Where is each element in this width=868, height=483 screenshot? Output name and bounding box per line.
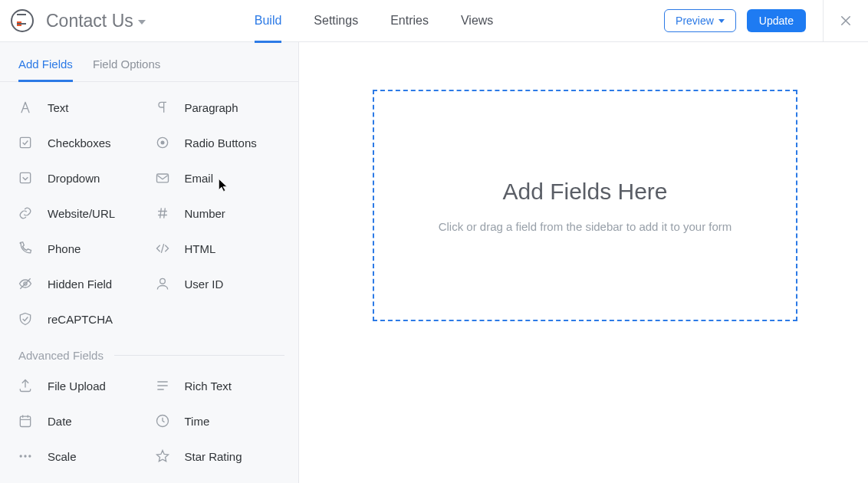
sidebar: Add Fields Field Options TextParagraphCh… — [0, 42, 299, 483]
link-icon — [17, 205, 34, 222]
dropzone-title: Add Fields Here — [502, 179, 667, 205]
form-title-text: Contact Us — [46, 11, 133, 31]
header-actions: Preview Update — [664, 0, 854, 42]
field-label: Scale — [48, 450, 77, 463]
field-label: Rich Text — [185, 380, 232, 393]
form-dropzone[interactable]: Add Fields Here Click or drag a field fr… — [373, 90, 797, 321]
field-label: File Upload — [48, 380, 106, 393]
tab-views[interactable]: Views — [461, 0, 493, 42]
field-richtext[interactable]: Rich Text — [151, 370, 285, 402]
field-email[interactable]: Email — [151, 162, 285, 194]
paragraph-icon — [154, 99, 171, 116]
field-label: Paragraph — [185, 101, 238, 114]
field-label: User ID — [185, 278, 224, 291]
field-phone[interactable]: Phone — [14, 232, 148, 264]
field-label: Date — [48, 415, 72, 428]
chevron-down-icon — [138, 20, 146, 25]
field-label: Star Rating — [185, 450, 242, 463]
form-title-dropdown[interactable]: Contact Us — [46, 11, 146, 31]
scale-icon — [17, 448, 34, 465]
dropzone-subtitle: Click or drag a field from the sidebar t… — [439, 220, 732, 233]
divider — [823, 0, 824, 42]
user-icon — [154, 275, 171, 292]
app-header: Contact Us Build Settings Entries Views … — [0, 0, 868, 42]
checkbox-icon — [17, 134, 34, 151]
form-canvas: Add Fields Here Click or drag a field fr… — [299, 42, 868, 483]
hash-icon — [154, 205, 171, 222]
field-label: Time — [185, 415, 210, 428]
field-shield[interactable]: reCAPTCHA — [14, 303, 148, 335]
time-icon — [154, 412, 171, 429]
field-paragraph[interactable]: Paragraph — [151, 91, 285, 123]
field-label: Text — [48, 101, 69, 114]
chevron-down-icon — [718, 19, 725, 23]
field-star[interactable]: Star Rating — [151, 440, 285, 472]
field-link[interactable]: Website/URL — [14, 197, 148, 229]
main-tabs: Build Settings Entries Views — [255, 0, 494, 42]
field-label: Website/URL — [48, 207, 115, 220]
field-time[interactable]: Time — [151, 405, 285, 437]
email-icon — [154, 169, 171, 186]
sidebar-tabs: Add Fields Field Options — [0, 42, 298, 82]
field-label: HTML — [185, 242, 216, 255]
close-button[interactable] — [837, 12, 854, 29]
text-icon — [17, 99, 34, 116]
hidden-icon — [17, 275, 34, 292]
app-logo-icon — [11, 9, 34, 32]
tab-build[interactable]: Build — [255, 0, 282, 42]
field-dropdown[interactable]: Dropdown — [14, 162, 148, 194]
tab-settings[interactable]: Settings — [314, 0, 358, 42]
field-label: Email — [185, 172, 214, 185]
field-label: Hidden Field — [48, 278, 112, 291]
field-code[interactable]: HTML — [151, 232, 285, 264]
dropdown-icon — [17, 169, 34, 186]
field-upload[interactable]: File Upload — [14, 370, 148, 402]
upload-icon — [17, 377, 34, 394]
field-checkbox[interactable]: Checkboxes — [14, 127, 148, 159]
close-icon — [839, 14, 853, 28]
update-button[interactable]: Update — [747, 9, 806, 32]
richtext-icon — [154, 377, 171, 394]
field-radio[interactable]: Radio Buttons — [151, 127, 285, 159]
code-icon — [154, 240, 171, 257]
sidebar-tab-add-fields[interactable]: Add Fields — [18, 58, 73, 81]
field-label: Phone — [48, 242, 81, 255]
shield-icon — [17, 310, 34, 327]
radio-icon — [154, 134, 171, 151]
field-label: Number — [185, 207, 225, 220]
field-label: Dropdown — [48, 172, 100, 185]
field-user[interactable]: User ID — [151, 268, 285, 300]
sidebar-section-advanced: Advanced Fields — [18, 349, 284, 362]
star-icon — [154, 448, 171, 465]
field-label: Checkboxes — [48, 136, 111, 150]
sidebar-tab-field-options[interactable]: Field Options — [93, 58, 160, 81]
phone-icon — [17, 240, 34, 257]
field-scale[interactable]: Scale — [14, 440, 148, 472]
field-label: Radio Buttons — [185, 136, 257, 150]
field-text[interactable]: Text — [14, 91, 148, 123]
sidebar-field-list: TextParagraphCheckboxesRadio ButtonsDrop… — [0, 82, 298, 483]
preview-button[interactable]: Preview — [664, 9, 736, 32]
field-date[interactable]: Date — [14, 405, 148, 437]
tab-entries[interactable]: Entries — [390, 0, 429, 42]
field-hidden[interactable]: Hidden Field — [14, 268, 148, 300]
date-icon — [17, 412, 34, 429]
field-hash[interactable]: Number — [151, 197, 285, 229]
field-label: reCAPTCHA — [48, 313, 113, 326]
